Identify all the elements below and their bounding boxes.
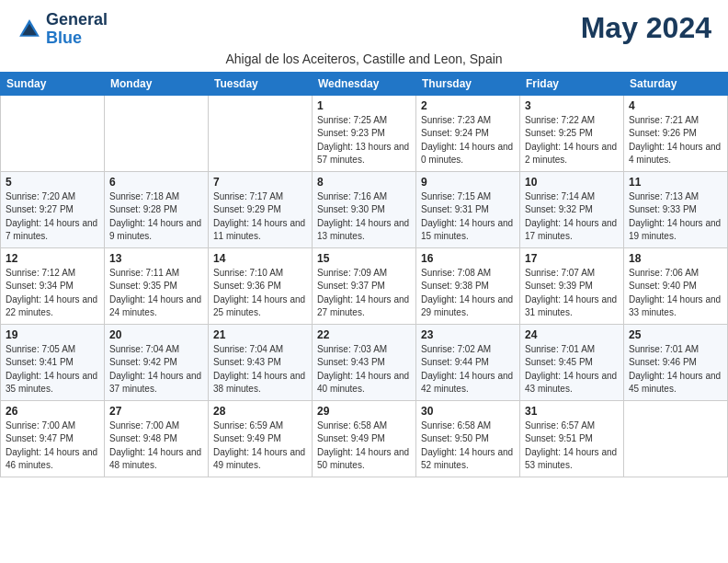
logo: General Blue	[17, 11, 108, 48]
day-number: 5	[6, 176, 99, 189]
day-info: Sunrise: 7:10 AMSunset: 9:36 PMDaylight:…	[213, 267, 307, 320]
day-number: 23	[421, 328, 515, 341]
logo-icon	[17, 17, 42, 42]
day-info: Sunrise: 7:20 AMSunset: 9:27 PMDaylight:…	[6, 190, 99, 244]
calendar-cell: 2Sunrise: 7:23 AMSunset: 9:24 PMDaylight…	[416, 95, 520, 171]
day-number: 4	[629, 99, 722, 112]
day-info: Sunrise: 7:17 AMSunset: 9:29 PMDaylight:…	[213, 190, 307, 244]
day-of-week-header: Friday	[520, 72, 624, 95]
day-number: 28	[213, 405, 307, 418]
day-number: 29	[317, 405, 411, 418]
day-number: 14	[213, 252, 307, 265]
day-info: Sunrise: 7:18 AMSunset: 9:28 PMDaylight:…	[109, 190, 203, 244]
day-info: Sunrise: 7:00 AMSunset: 9:48 PMDaylight:…	[109, 419, 203, 473]
day-number: 9	[421, 176, 515, 189]
calendar-cell: 3Sunrise: 7:22 AMSunset: 9:25 PMDaylight…	[520, 95, 624, 171]
calendar-table: SundayMondayTuesdayWednesdayThursdayFrid…	[0, 72, 728, 477]
day-info: Sunrise: 7:04 AMSunset: 9:42 PMDaylight:…	[109, 343, 203, 396]
day-number: 3	[525, 99, 619, 112]
calendar-cell	[624, 400, 728, 477]
calendar-cell: 21Sunrise: 7:04 AMSunset: 9:43 PMDayligh…	[209, 324, 313, 400]
day-number: 31	[525, 405, 619, 418]
calendar-cell: 6Sunrise: 7:18 AMSunset: 9:28 PMDaylight…	[105, 171, 209, 247]
day-info: Sunrise: 7:11 AMSunset: 9:35 PMDaylight:…	[109, 267, 203, 320]
calendar-cell: 5Sunrise: 7:20 AMSunset: 9:27 PMDaylight…	[1, 171, 105, 247]
day-info: Sunrise: 7:16 AMSunset: 9:30 PMDaylight:…	[317, 190, 411, 244]
day-number: 11	[629, 176, 722, 189]
calendar-cell	[105, 95, 209, 171]
calendar-cell: 29Sunrise: 6:58 AMSunset: 9:49 PMDayligh…	[313, 400, 416, 477]
day-info: Sunrise: 7:14 AMSunset: 9:32 PMDaylight:…	[525, 190, 619, 244]
day-info: Sunrise: 6:58 AMSunset: 9:49 PMDaylight:…	[317, 419, 411, 473]
calendar-cell: 23Sunrise: 7:02 AMSunset: 9:44 PMDayligh…	[416, 324, 520, 400]
calendar-cell: 31Sunrise: 6:57 AMSunset: 9:51 PMDayligh…	[520, 400, 624, 477]
calendar-cell: 17Sunrise: 7:07 AMSunset: 9:39 PMDayligh…	[520, 247, 624, 324]
day-info: Sunrise: 7:01 AMSunset: 9:46 PMDaylight:…	[629, 343, 722, 396]
day-info: Sunrise: 7:07 AMSunset: 9:39 PMDaylight:…	[525, 267, 619, 320]
day-number: 27	[109, 405, 203, 418]
day-of-week-header: Tuesday	[209, 72, 313, 95]
calendar-cell	[209, 95, 313, 171]
day-info: Sunrise: 7:06 AMSunset: 9:40 PMDaylight:…	[629, 267, 722, 320]
day-info: Sunrise: 7:12 AMSunset: 9:34 PMDaylight:…	[6, 267, 99, 320]
calendar-cell: 4Sunrise: 7:21 AMSunset: 9:26 PMDaylight…	[624, 95, 728, 171]
calendar-cell: 12Sunrise: 7:12 AMSunset: 9:34 PMDayligh…	[1, 247, 105, 324]
day-number: 6	[109, 176, 203, 189]
month-title: May 2024	[581, 11, 711, 45]
day-number: 19	[6, 328, 99, 341]
day-number: 10	[525, 176, 619, 189]
day-info: Sunrise: 7:23 AMSunset: 9:24 PMDaylight:…	[421, 114, 515, 167]
day-info: Sunrise: 6:57 AMSunset: 9:51 PMDaylight:…	[525, 419, 619, 473]
day-number: 26	[6, 405, 99, 418]
day-info: Sunrise: 7:15 AMSunset: 9:31 PMDaylight:…	[421, 190, 515, 244]
calendar-cell: 27Sunrise: 7:00 AMSunset: 9:48 PMDayligh…	[105, 400, 209, 477]
calendar-cell: 8Sunrise: 7:16 AMSunset: 9:30 PMDaylight…	[313, 171, 416, 247]
day-number: 1	[317, 99, 411, 112]
day-info: Sunrise: 7:21 AMSunset: 9:26 PMDaylight:…	[629, 114, 722, 167]
day-of-week-header: Saturday	[624, 72, 728, 95]
day-info: Sunrise: 7:02 AMSunset: 9:44 PMDaylight:…	[421, 343, 515, 396]
calendar-cell: 11Sunrise: 7:13 AMSunset: 9:33 PMDayligh…	[624, 171, 728, 247]
subtitle: Ahigal de los Aceiteros, Castille and Le…	[0, 52, 728, 72]
day-number: 20	[109, 328, 203, 341]
day-number: 16	[421, 252, 515, 265]
calendar-cell: 9Sunrise: 7:15 AMSunset: 9:31 PMDaylight…	[416, 171, 520, 247]
day-number: 17	[525, 252, 619, 265]
calendar-cell	[1, 95, 105, 171]
day-info: Sunrise: 6:59 AMSunset: 9:49 PMDaylight:…	[213, 419, 307, 473]
day-info: Sunrise: 7:09 AMSunset: 9:37 PMDaylight:…	[317, 267, 411, 320]
calendar-cell: 18Sunrise: 7:06 AMSunset: 9:40 PMDayligh…	[624, 247, 728, 324]
day-number: 12	[6, 252, 99, 265]
day-info: Sunrise: 7:01 AMSunset: 9:45 PMDaylight:…	[525, 343, 619, 396]
day-number: 22	[317, 328, 411, 341]
day-number: 21	[213, 328, 307, 341]
day-of-week-header: Thursday	[416, 72, 520, 95]
day-info: Sunrise: 7:25 AMSunset: 9:23 PMDaylight:…	[317, 114, 411, 167]
day-number: 13	[109, 252, 203, 265]
day-info: Sunrise: 7:08 AMSunset: 9:38 PMDaylight:…	[421, 267, 515, 320]
calendar-cell: 14Sunrise: 7:10 AMSunset: 9:36 PMDayligh…	[209, 247, 313, 324]
calendar-cell: 28Sunrise: 6:59 AMSunset: 9:49 PMDayligh…	[209, 400, 313, 477]
day-of-week-header: Monday	[105, 72, 209, 95]
calendar-cell: 26Sunrise: 7:00 AMSunset: 9:47 PMDayligh…	[1, 400, 105, 477]
calendar-cell: 22Sunrise: 7:03 AMSunset: 9:43 PMDayligh…	[313, 324, 416, 400]
calendar-cell: 16Sunrise: 7:08 AMSunset: 9:38 PMDayligh…	[416, 247, 520, 324]
calendar-cell: 25Sunrise: 7:01 AMSunset: 9:46 PMDayligh…	[624, 324, 728, 400]
calendar-cell: 19Sunrise: 7:05 AMSunset: 9:41 PMDayligh…	[1, 324, 105, 400]
day-number: 24	[525, 328, 619, 341]
day-number: 8	[317, 176, 411, 189]
day-info: Sunrise: 7:22 AMSunset: 9:25 PMDaylight:…	[525, 114, 619, 167]
calendar-cell: 10Sunrise: 7:14 AMSunset: 9:32 PMDayligh…	[520, 171, 624, 247]
day-of-week-header: Wednesday	[313, 72, 416, 95]
calendar-cell: 13Sunrise: 7:11 AMSunset: 9:35 PMDayligh…	[105, 247, 209, 324]
day-info: Sunrise: 6:58 AMSunset: 9:50 PMDaylight:…	[421, 419, 515, 473]
day-number: 7	[213, 176, 307, 189]
day-number: 15	[317, 252, 411, 265]
calendar-cell: 7Sunrise: 7:17 AMSunset: 9:29 PMDaylight…	[209, 171, 313, 247]
calendar-cell: 15Sunrise: 7:09 AMSunset: 9:37 PMDayligh…	[313, 247, 416, 324]
calendar-cell: 30Sunrise: 6:58 AMSunset: 9:50 PMDayligh…	[416, 400, 520, 477]
calendar-cell: 1Sunrise: 7:25 AMSunset: 9:23 PMDaylight…	[313, 95, 416, 171]
calendar-cell: 20Sunrise: 7:04 AMSunset: 9:42 PMDayligh…	[105, 324, 209, 400]
day-info: Sunrise: 7:03 AMSunset: 9:43 PMDaylight:…	[317, 343, 411, 396]
page-header: General Blue May 2024	[0, 0, 728, 52]
